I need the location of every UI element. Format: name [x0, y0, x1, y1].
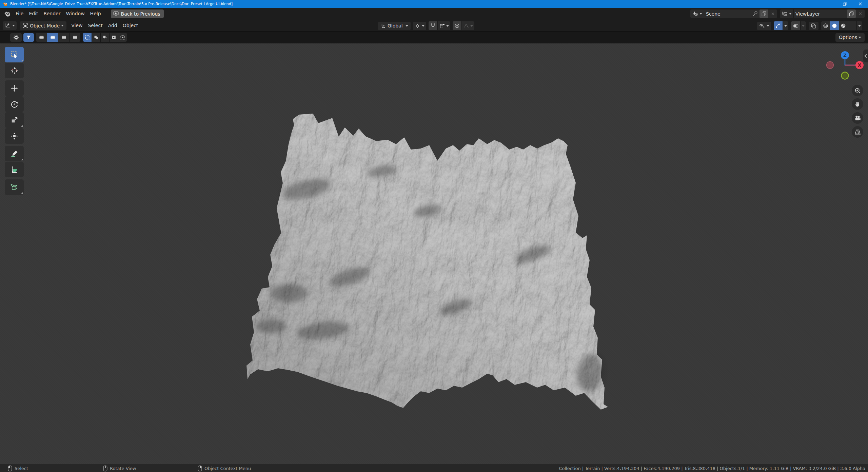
select-mode-difference[interactable] — [110, 33, 118, 42]
pivot-point-dropdown[interactable] — [413, 22, 426, 30]
select-difference-icon — [111, 35, 117, 40]
zoom-button[interactable] — [852, 85, 863, 96]
chevron-down-icon — [446, 25, 449, 27]
menu-object[interactable]: Object — [120, 20, 141, 32]
proportional-editing-group — [453, 21, 474, 30]
cursor-tool-icon — [10, 66, 19, 75]
shading-solid-icon — [831, 23, 837, 29]
list-display-option-1[interactable] — [36, 33, 47, 42]
new-scene-button[interactable] — [760, 9, 768, 18]
tool-measure[interactable] — [5, 162, 24, 177]
status-bar: Select Rotate View Object Context Menu C… — [0, 464, 868, 472]
back-to-previous-label: Back to Previous — [121, 11, 160, 17]
select-mode-subtract[interactable] — [101, 33, 109, 42]
axis-x-ball[interactable]: X — [855, 61, 864, 69]
display-mode-group — [36, 33, 80, 42]
select-mode-intersect[interactable] — [118, 33, 127, 42]
navigation-gizmo[interactable]: Z X — [823, 47, 867, 85]
sidebar-collapse-tab[interactable] — [863, 50, 868, 62]
minimize-button[interactable] — [821, 0, 837, 8]
menu-select[interactable]: Select — [85, 20, 105, 32]
gizmo-settings-dropdown[interactable] — [783, 21, 788, 30]
zoom-icon — [854, 87, 862, 95]
shading-wireframe-button[interactable] — [821, 21, 830, 30]
list-display-option-2[interactable] — [47, 33, 58, 42]
shading-settings-dropdown[interactable] — [857, 21, 862, 30]
tool-select-box[interactable] — [5, 47, 24, 62]
hint-label: Object Context Menu — [204, 466, 251, 471]
shading-material-button[interactable] — [839, 21, 848, 30]
select-mode-group — [83, 33, 127, 42]
pan-icon — [854, 100, 862, 108]
terrain-mesh[interactable] — [237, 109, 617, 414]
camera-view-button[interactable] — [852, 112, 863, 124]
axis-y-ball[interactable] — [842, 72, 849, 79]
menu-window[interactable]: Window — [63, 8, 87, 20]
chevron-down-icon — [61, 25, 64, 26]
scene-name-field[interactable]: Scene — [704, 9, 751, 18]
restore-icon — [842, 1, 847, 6]
select-mode-set[interactable] — [83, 33, 92, 42]
select-set-icon — [84, 35, 90, 40]
show-object-types-dropdown[interactable] — [757, 22, 771, 30]
shading-solid-button[interactable] — [830, 21, 839, 30]
keymap-hint-rotate-view: Rotate View — [103, 464, 136, 472]
chevron-down-icon — [406, 25, 408, 27]
menu-render[interactable]: Render — [41, 8, 63, 20]
view-layer-browse-button[interactable] — [780, 9, 793, 18]
list-display-option-4[interactable] — [70, 33, 80, 42]
remove-view-layer-button[interactable] — [856, 9, 865, 18]
tool-cursor[interactable] — [5, 63, 24, 78]
axis-z-ball[interactable]: Z — [841, 51, 849, 59]
app-menu-button[interactable] — [3, 10, 11, 18]
overlays-settings-dropdown[interactable] — [801, 21, 806, 30]
blender-window: Blender* [\\True-NAS\Google_Drive_True-V… — [0, 0, 868, 472]
tool-move[interactable] — [5, 80, 24, 96]
axis-x-negative-ball[interactable] — [827, 62, 834, 69]
mode-selector[interactable]: Object Mode — [20, 21, 66, 30]
editor-type-button[interactable] — [3, 21, 17, 30]
transform-orientation-dropdown[interactable]: Global — [378, 22, 411, 30]
select-subtract-icon — [102, 35, 108, 40]
shading-rendered-button[interactable] — [848, 21, 856, 30]
tool-rotate[interactable] — [5, 96, 24, 112]
tool-transform[interactable] — [5, 128, 24, 144]
filter-button[interactable] — [23, 33, 34, 42]
perspective-toggle-button[interactable] — [852, 126, 863, 138]
xray-toggle[interactable] — [809, 22, 818, 30]
proportional-editing-toggle[interactable] — [453, 21, 461, 30]
xray-icon — [810, 23, 817, 29]
list-display-option-3[interactable] — [58, 33, 69, 42]
menu-view[interactable]: View — [68, 20, 85, 32]
view-layer-name-field[interactable]: ViewLayer — [794, 9, 847, 18]
menu-file[interactable]: File — [13, 8, 26, 20]
proportional-editing-icon — [454, 23, 460, 29]
menu-add[interactable]: Add — [105, 20, 120, 32]
pin-scene-button[interactable] — [751, 9, 759, 18]
new-view-layer-button[interactable] — [847, 9, 856, 18]
snap-settings-dropdown[interactable] — [438, 21, 450, 30]
gizmo-toggle[interactable] — [774, 21, 783, 30]
keymap-hint-context-menu: Object Context Menu — [198, 464, 251, 472]
mode-label: Object Mode — [30, 23, 60, 28]
tool-add-cube[interactable] — [5, 179, 24, 195]
view-layer-selector: ViewLayer — [780, 9, 865, 18]
scene-browse-button[interactable] — [690, 9, 704, 18]
sub-tools-indicator — [21, 125, 23, 127]
chevron-down-icon — [789, 13, 792, 15]
tool-settings-button[interactable] — [10, 33, 22, 42]
proportional-falloff-dropdown[interactable] — [462, 21, 474, 30]
unlink-scene-button[interactable] — [769, 9, 777, 18]
menu-help[interactable]: Help — [87, 8, 104, 20]
tool-scale[interactable] — [5, 112, 24, 128]
close-button[interactable] — [852, 0, 868, 8]
restore-button[interactable] — [837, 0, 852, 8]
tool-annotate[interactable] — [5, 146, 24, 161]
menu-edit[interactable]: Edit — [26, 8, 41, 20]
pan-button[interactable] — [852, 98, 863, 110]
options-dropdown[interactable]: Options — [835, 33, 865, 42]
select-mode-extend[interactable] — [92, 33, 100, 42]
overlays-toggle[interactable] — [791, 21, 800, 30]
snap-toggle[interactable] — [429, 21, 437, 30]
back-to-previous-button[interactable]: Back to Previous — [111, 9, 164, 18]
